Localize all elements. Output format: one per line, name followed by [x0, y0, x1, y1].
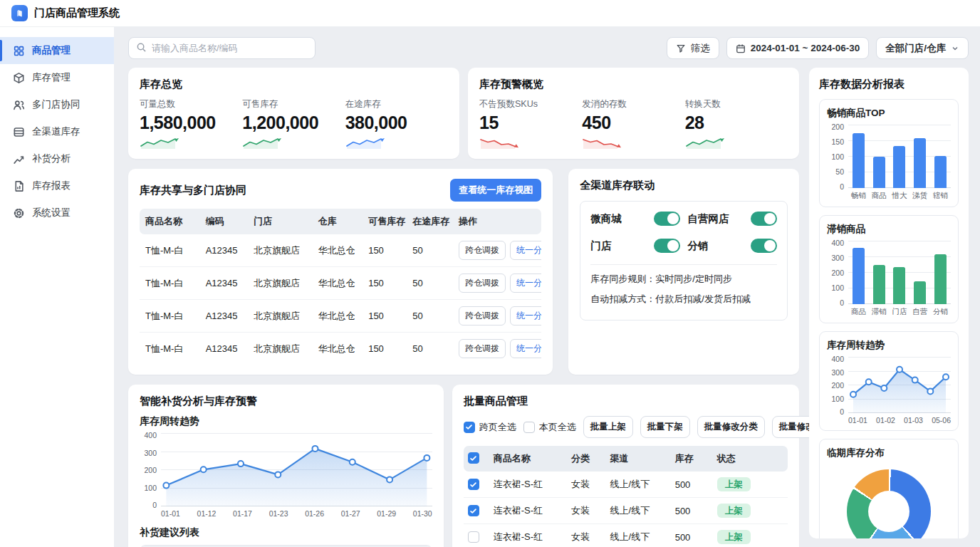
batch-action-button-3[interactable]: 批量修改分类 [697, 416, 765, 438]
unified-allocation-button[interactable]: 统一分配 [510, 306, 541, 325]
y-tick-label: 150 [831, 137, 844, 146]
search-box[interactable] [128, 37, 316, 59]
status-cell: 上架 [713, 499, 788, 523]
search-icon [136, 42, 147, 55]
channel-toggle-switch[interactable] [654, 212, 680, 226]
checkbox[interactable] [464, 422, 475, 433]
table-cell: 150 [363, 239, 407, 262]
filter-button[interactable]: 筛选 [667, 37, 719, 59]
analysis-report-panel: 库存数据分析报表 畅销商品TOP 200150100500畅销商品惜大涕赁辖销 … [809, 68, 969, 538]
stat-up: 转换天数28 [685, 98, 788, 149]
row-checkbox[interactable] [468, 531, 479, 543]
sidebar-item-grid[interactable]: 商品管理 [0, 37, 114, 64]
table-header-row: 商品名称编码门店仓库可售库存在途库存操作 [140, 209, 541, 234]
table-cell: T恤-M-白 [140, 336, 200, 362]
x-axis-labels: 01-0101-1201-1701-2301-2601-2701-2901-30 [161, 509, 432, 518]
search-input[interactable] [152, 43, 308, 53]
sidebar-item-label: 全渠道库存 [32, 125, 80, 138]
channel-toggle-switch[interactable] [751, 239, 777, 253]
chart-subtitle: 库存周转趋势 [140, 415, 432, 428]
trend-sparkline-down-icon [582, 136, 684, 149]
table-cell: 连衣裙-S-红 [489, 498, 567, 523]
cross-warehouse-transfer-button[interactable]: 跨仓调拨 [459, 339, 506, 358]
x-axis-labels: 畅销商品惜大涕赁辖销 [848, 191, 951, 201]
checkbox[interactable] [523, 422, 535, 433]
table-row: T恤-M-白A12345北京旗舰店华北总仓15050跨仓调拨统一分配 [140, 333, 541, 365]
column-header: 在途库存 [407, 209, 453, 234]
view-unified-inventory-button[interactable]: 查看统一库存视图 [450, 179, 541, 202]
main-content: 筛选 2024-01-01 ~ 2024-06-30 全部门店/仓库 [114, 27, 980, 547]
table-row: T恤-M-白A12345北京旗舰店华北总仓15050跨仓调拨统一分配 [140, 300, 541, 333]
cross-warehouse-transfer-button[interactable]: 跨仓调拨 [459, 241, 506, 260]
sidebar-item-database[interactable]: 全渠道库存 [0, 118, 114, 145]
row-actions: 跨仓调拨统一分配 [453, 234, 541, 266]
unified-allocation-button[interactable]: 统一分配 [510, 274, 541, 293]
table-cell: 150 [363, 304, 407, 328]
column-header: 操作 [453, 209, 541, 234]
stat-label: 不告预数SKUs [479, 98, 582, 110]
stat-label: 转换天数 [685, 98, 788, 110]
turnover-mini-line-chart: 400300200100001-0101-0201-0305-06 [827, 358, 951, 424]
cross-warehouse-transfer-button[interactable]: 跨仓调拨 [459, 306, 506, 325]
batch-action-button-2[interactable]: 批量下架 [640, 416, 690, 438]
bar [934, 254, 947, 304]
table-cell: 华北总仓 [313, 271, 363, 296]
status-badge: 上架 [717, 477, 751, 491]
sidebar-item-report[interactable]: 库存报表 [0, 172, 114, 199]
row-checkbox[interactable] [468, 505, 479, 516]
table-row: 连衣裙-S-红女装线上/线下500上架 [464, 498, 788, 524]
sidebar-item-users[interactable]: 多门店协同 [0, 91, 114, 118]
column-header: 库存 [671, 446, 713, 472]
card-title: 库存预警概览 [479, 78, 788, 91]
trend-sparkline-up-icon [685, 136, 788, 149]
sidebar-item-gear[interactable]: 系统设置 [0, 199, 114, 226]
row-checkbox[interactable] [468, 479, 479, 490]
table-cell: 连衣裙-S-红 [489, 524, 567, 547]
trend-sparkline-up-icon [242, 136, 345, 149]
table-cell: 连衣裙-S-红 [489, 472, 567, 497]
channel-toggle-switch[interactable] [654, 239, 680, 253]
sidebar-item-label: 商品管理 [32, 44, 71, 57]
sidebar-item-trend[interactable]: 补货分析 [0, 145, 114, 172]
x-tick-label: 01-03 [904, 416, 923, 424]
channel-label: 分销 [687, 239, 708, 253]
y-tick-label: 300 [831, 368, 844, 377]
cross-warehouse-transfer-button[interactable]: 跨仓调拨 [459, 274, 506, 293]
select-all-checkbox[interactable] [468, 452, 479, 464]
donut-hole [868, 491, 909, 532]
users-icon [12, 98, 25, 111]
table-cell: 北京旗舰店 [248, 271, 312, 296]
store-select[interactable]: 全部门店/仓库 [876, 37, 969, 59]
box-icon [12, 71, 25, 84]
line-chart-svg [161, 434, 432, 506]
table-cell: 50 [407, 337, 453, 360]
header-checkbox-cell [464, 446, 489, 472]
sidebar-item-label: 库存管理 [32, 71, 71, 84]
y-tick-label: 100 [831, 283, 844, 292]
select-current-page-checkbox[interactable]: 本页全选 [523, 421, 576, 434]
channel-toggle-switch[interactable] [751, 212, 777, 226]
grid-icon [12, 44, 25, 57]
table-cell: A12345 [200, 304, 249, 328]
table-cell: 50 [407, 271, 453, 295]
x-tick-label: 分销 [933, 307, 948, 317]
unified-allocation-button[interactable]: 统一分配 [510, 241, 541, 260]
batch-action-button-1[interactable]: 批量上架 [583, 416, 633, 438]
plot-area [848, 358, 951, 413]
turnover-trend-chart: 400300200100001-0101-1201-1701-2301-2601… [140, 434, 432, 518]
table-header-row: 商品名称分类渠道库存状态 [464, 446, 788, 472]
y-axis: 200150100500 [827, 123, 844, 191]
unified-allocation-button[interactable]: 统一分配 [510, 339, 541, 358]
sidebar-item-box[interactable]: 库存管理 [0, 64, 114, 91]
bar [914, 281, 926, 304]
expiry-distribution-chart-card: 临期库存分布 [819, 439, 959, 538]
table-cell: 50 [407, 239, 453, 262]
chevron-down-icon [951, 44, 959, 53]
bar [853, 248, 865, 304]
table-cell: 线上/线下 [606, 472, 671, 497]
filter-button-label: 筛选 [691, 42, 710, 55]
select-all-pages-checkbox[interactable]: 跨页全选 [464, 421, 516, 434]
bar [873, 157, 885, 188]
channel-toggle-row: 自营网店 [687, 212, 777, 226]
date-range-picker[interactable]: 2024-01-01 ~ 2024-06-30 [726, 37, 870, 59]
